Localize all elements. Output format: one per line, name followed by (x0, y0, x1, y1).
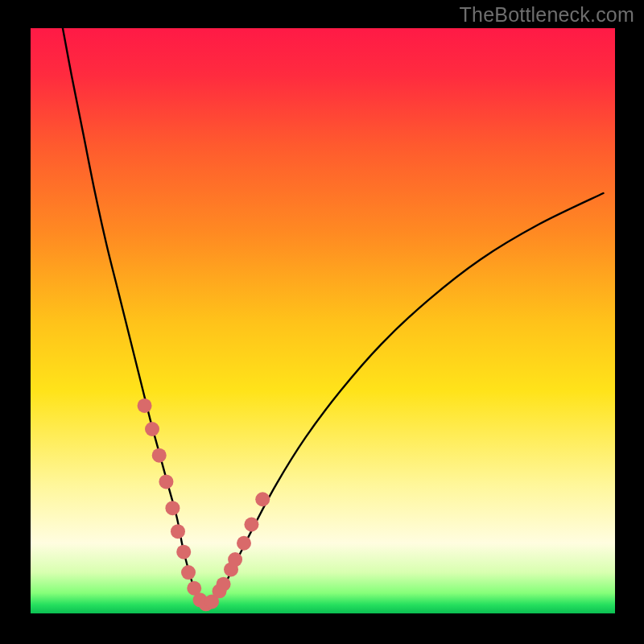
marker-dot (171, 524, 185, 539)
bottleneck-chart (0, 0, 644, 644)
plot-background (31, 28, 615, 613)
marker-dot (181, 565, 196, 580)
marker-dot (176, 545, 191, 559)
marker-dot (145, 422, 159, 436)
marker-dot (217, 577, 231, 592)
marker-dot (159, 474, 173, 489)
marker-dot (228, 552, 242, 567)
marker-dot (237, 536, 251, 551)
chart-outer-frame: TheBottleneck.com (0, 0, 644, 644)
marker-dot (152, 448, 167, 463)
marker-dot (244, 518, 258, 532)
marker-dot (255, 492, 270, 506)
marker-dot (165, 501, 180, 515)
marker-dot (138, 398, 152, 413)
